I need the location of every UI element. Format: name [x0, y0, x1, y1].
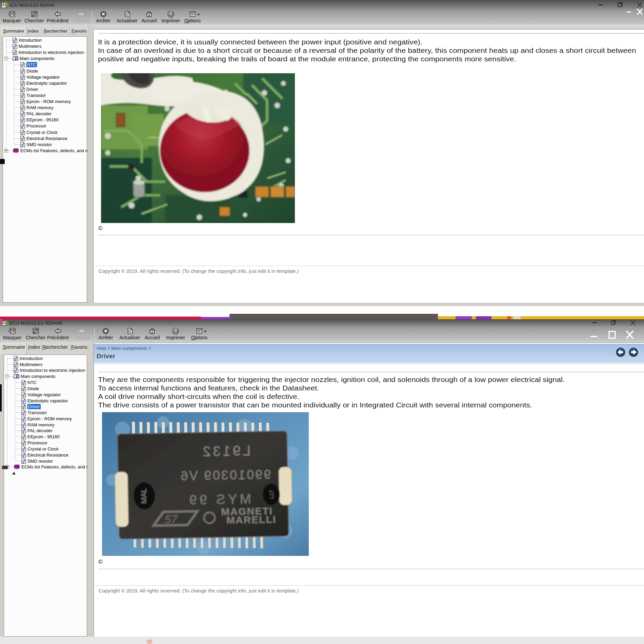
- svg-text:MAL: MAL: [139, 488, 148, 504]
- svg-text:MYS 99: MYS 99: [186, 491, 251, 507]
- svg-text:MARELLI: MARELLI: [226, 514, 277, 526]
- svg-text:57: 57: [165, 512, 178, 526]
- svg-text:99010309 V6: 99010309 V6: [179, 467, 271, 483]
- svg-text:L9132: L9132: [201, 443, 251, 460]
- svg-text:L17: L17: [268, 490, 274, 499]
